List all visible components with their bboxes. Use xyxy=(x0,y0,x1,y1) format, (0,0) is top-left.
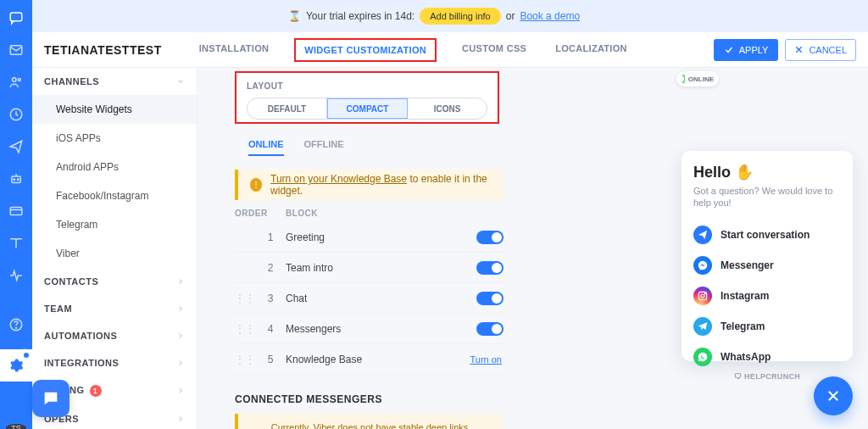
block-row: 1Greeting xyxy=(235,222,504,253)
bot-icon[interactable] xyxy=(8,171,24,187)
widget-close-fab[interactable] xyxy=(814,376,853,415)
svg-point-14 xyxy=(704,292,705,293)
layout-title: LAYOUT xyxy=(247,81,487,91)
block-toggle[interactable] xyxy=(476,322,504,336)
card-icon[interactable] xyxy=(8,203,24,219)
sidebar: CHANNELS Website Widgets iOS APPs Androi… xyxy=(32,68,198,429)
wa-icon xyxy=(693,348,712,366)
svg-point-6 xyxy=(14,179,15,181)
viber-warning: Currently, Viber does not have stable de… xyxy=(235,414,504,429)
drag-handle-icon[interactable]: ⋮⋮ xyxy=(235,292,248,304)
chat-icon[interactable] xyxy=(8,10,24,25)
block-name: Greeting xyxy=(286,231,476,243)
main-area: LAYOUT DEFAULT COMPACT ICONS ONLINE OFFL… xyxy=(198,68,868,429)
sidebar-item-facebook[interactable]: Facebook/Instagram xyxy=(32,181,197,210)
layout-section: LAYOUT DEFAULT COMPACT ICONS xyxy=(235,71,499,124)
tabs: INSTALLATION WIDGET CUSTOMIZATION CUSTOM… xyxy=(196,38,631,62)
subtabs: ONLINE OFFLINE xyxy=(248,139,344,156)
org-name: TETIANATESTTEST xyxy=(44,43,162,57)
sidebar-group-team[interactable]: TEAM xyxy=(32,295,197,322)
preview-brand: 🗨 HELPCRUNCH xyxy=(693,372,841,381)
kb-turn-on-link[interactable]: Turn on your Knowledge Base xyxy=(270,173,407,185)
preview-item[interactable]: Telegram xyxy=(693,311,841,342)
sidebar-item-telegram[interactable]: Telegram xyxy=(32,210,197,239)
help-icon[interactable] xyxy=(8,317,24,332)
preview-item-label: Messenger xyxy=(721,259,774,271)
float-chat-button[interactable] xyxy=(32,380,70,417)
block-order: 4 xyxy=(255,323,286,335)
svg-rect-0 xyxy=(10,13,22,21)
preview-item[interactable]: Messenger xyxy=(693,250,841,281)
cancel-button[interactable]: CANCEL xyxy=(785,39,856,61)
block-name: Chat xyxy=(286,292,476,304)
block-toggle[interactable] xyxy=(476,231,504,244)
mail-icon[interactable] xyxy=(8,42,24,58)
sidebar-item-ios[interactable]: iOS APPs xyxy=(32,124,197,153)
tab-custom-css[interactable]: CUSTOM CSS xyxy=(459,38,530,62)
svg-point-3 xyxy=(18,79,20,81)
settings-button[interactable] xyxy=(0,349,32,382)
clock-icon[interactable] xyxy=(8,107,24,122)
widget-preview: Hello ✋ Got a question? We would love to… xyxy=(682,151,853,361)
drag-handle-icon[interactable]: ⋮⋮ xyxy=(235,323,248,335)
preview-item-label: Start conversation xyxy=(721,229,810,241)
add-billing-button[interactable]: Add billing info xyxy=(420,8,501,25)
block-name: Team intro xyxy=(286,262,476,274)
preview-item-label: Telegram xyxy=(721,320,765,332)
contacts-icon[interactable] xyxy=(8,75,24,90)
sidebar-item-android[interactable]: Android APPs xyxy=(32,153,197,181)
book-demo-link[interactable]: Book a demo xyxy=(520,10,580,22)
block-name: Messengers xyxy=(286,323,476,335)
activity-icon[interactable] xyxy=(8,268,24,283)
preview-item-label: Instagram xyxy=(721,290,769,302)
preview-subtitle: Got a question? We would love to help yo… xyxy=(693,185,841,209)
layout-icons[interactable]: ICONS xyxy=(408,98,487,119)
block-row: 2Team intro xyxy=(235,253,504,283)
ig-icon xyxy=(693,287,712,305)
subtab-online[interactable]: ONLINE xyxy=(248,139,284,156)
sidebar-group-automations[interactable]: AUTOMATIONS xyxy=(32,322,197,349)
send-icon[interactable] xyxy=(8,139,24,154)
subtab-offline[interactable]: OFFLINE xyxy=(304,139,344,156)
svg-point-10 xyxy=(16,327,17,328)
block-turn-on-link[interactable]: Turn on xyxy=(470,354,502,365)
preview-item[interactable]: Instagram xyxy=(693,281,841,311)
sidebar-group-integrations[interactable]: INTEGRATIONS xyxy=(32,349,197,376)
block-toggle[interactable] xyxy=(476,292,504,305)
col-block: BLOCK xyxy=(286,209,318,218)
sidebar-group-channels[interactable]: CHANNELS xyxy=(32,68,197,95)
chevron-right-icon xyxy=(176,304,185,313)
warning-icon: ! xyxy=(250,178,262,192)
preview-item[interactable]: Start conversation xyxy=(693,220,841,250)
nav-rail: TS xyxy=(0,0,32,429)
hourglass-icon: ⌛ xyxy=(288,10,301,22)
book-icon[interactable] xyxy=(8,236,24,251)
block-toggle[interactable] xyxy=(476,261,504,275)
svg-point-2 xyxy=(13,78,17,82)
chevron-down-icon xyxy=(176,77,185,86)
layout-compact[interactable]: COMPACT xyxy=(327,98,408,119)
block-name: Knowledge Base xyxy=(286,354,470,365)
chevron-right-icon xyxy=(176,387,185,395)
tab-installation[interactable]: INSTALLATION xyxy=(196,38,273,62)
svg-point-13 xyxy=(701,294,704,298)
tab-localization[interactable]: LOCALIZATION xyxy=(552,38,631,62)
preview-status-chip[interactable]: ONLINE xyxy=(676,71,719,86)
connected-messengers-header: CONNECTED MESSENGERS xyxy=(235,393,382,405)
sidebar-item-viber[interactable]: Viber xyxy=(32,239,197,268)
block-list: 1Greeting2Team intro⋮⋮3Chat⋮⋮4Messengers… xyxy=(235,222,504,375)
layout-default[interactable]: DEFAULT xyxy=(248,98,327,119)
msgr-icon xyxy=(693,256,712,275)
chevron-right-icon xyxy=(176,332,185,340)
user-avatar[interactable]: TS xyxy=(6,424,26,429)
trial-or: or xyxy=(506,10,515,22)
preview-item[interactable]: WhatsApp xyxy=(693,342,841,372)
status-toggle[interactable] xyxy=(682,75,685,83)
apply-button[interactable]: APPLY xyxy=(714,39,779,61)
sidebar-group-contacts[interactable]: CONTACTS xyxy=(32,268,197,295)
block-row: ⋮⋮5Knowledge BaseTurn on xyxy=(235,344,504,375)
sidebar-item-website-widgets[interactable]: Website Widgets xyxy=(32,95,197,124)
block-order: 2 xyxy=(255,262,286,274)
drag-handle-icon[interactable]: ⋮⋮ xyxy=(235,354,248,365)
tab-widget-customization[interactable]: WIDGET CUSTOMIZATION xyxy=(294,38,437,62)
